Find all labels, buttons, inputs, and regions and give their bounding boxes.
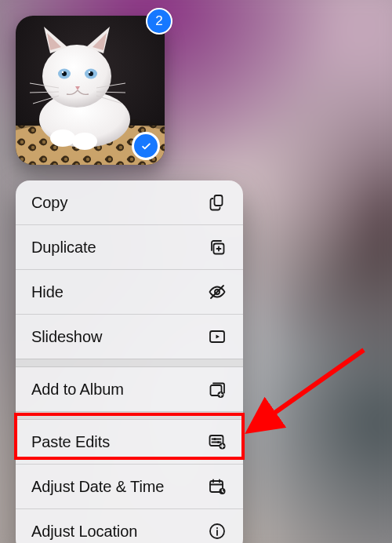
menu-item-copy[interactable]: Copy (16, 180, 243, 224)
selection-count-badge: 2 (146, 8, 172, 35)
context-menu: CopyDuplicateHideSlideshowAdd to AlbumPa… (16, 180, 243, 543)
svg-point-14 (89, 71, 90, 73)
menu-item-label: Adjust Location (31, 523, 137, 541)
selected-checkmark (132, 132, 160, 160)
svg-rect-15 (215, 195, 223, 206)
info-circle-icon (207, 521, 227, 541)
eye-slash-icon (207, 282, 227, 302)
menu-item-duplicate[interactable]: Duplicate (16, 224, 243, 269)
svg-point-23 (213, 438, 216, 440)
play-rect-icon (207, 326, 227, 347)
svg-point-13 (62, 71, 64, 73)
menu-item-adjust-location[interactable]: Adjust Location (16, 508, 243, 543)
menu-item-label: Copy (31, 194, 67, 212)
svg-point-29 (216, 527, 218, 529)
menu-item-slideshow[interactable]: Slideshow (16, 314, 243, 359)
sliders-plus-icon (207, 432, 227, 452)
menu-group: CopyDuplicateHideSlideshow (16, 180, 243, 359)
menu-group: Add to Album (16, 367, 243, 411)
album-add-icon (207, 379, 227, 399)
calendar-clock-icon (207, 476, 227, 497)
menu-item-label: Add to Album (31, 381, 124, 399)
menu-item-label: Slideshow (31, 328, 102, 346)
menu-item-add-to-album[interactable]: Add to Album (16, 367, 243, 411)
menu-item-label: Adjust Date & Time (31, 478, 164, 496)
menu-group: Paste EditsAdjust Date & TimeAdjust Loca… (16, 420, 243, 543)
menu-separator (16, 411, 243, 420)
menu-separator (16, 359, 243, 367)
duplicate-icon (207, 237, 227, 257)
svg-point-24 (217, 441, 220, 443)
menu-item-adjust-date-time[interactable]: Adjust Date & Time (16, 464, 243, 508)
menu-item-label: Duplicate (31, 239, 96, 257)
menu-item-paste-edits[interactable]: Paste Edits (16, 420, 243, 464)
copy-icon (207, 192, 227, 213)
svg-point-6 (50, 129, 75, 147)
menu-item-label: Hide (31, 283, 64, 301)
svg-point-7 (72, 133, 97, 150)
menu-item-label: Paste Edits (31, 433, 110, 451)
selection-count: 2 (155, 13, 162, 29)
menu-item-hide[interactable]: Hide (16, 269, 243, 314)
selected-photo-thumbnail[interactable]: 2 (16, 16, 165, 165)
svg-point-8 (42, 45, 111, 108)
